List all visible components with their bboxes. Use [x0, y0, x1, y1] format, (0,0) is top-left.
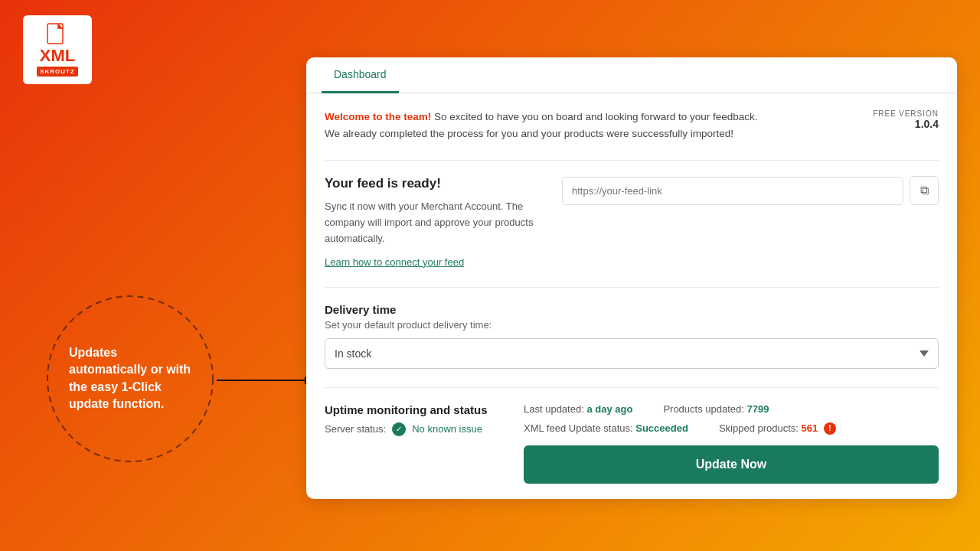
feed-title: Your feed is ready! [325, 176, 539, 191]
divider-2 [325, 287, 939, 288]
version-free: FREE [873, 109, 897, 118]
feed-description: Sync it now with your Merchant Account. … [325, 199, 539, 246]
circle-annotation: Updates automatically or with the easy 1… [42, 291, 218, 467]
last-updated-val: a day ago [586, 403, 632, 415]
skipped-label: Skipped products: [719, 422, 799, 434]
last-updated-label: Last updated: [524, 403, 584, 415]
delivery-section: Delivery time Set your default product d… [325, 303, 939, 369]
uptime-title: Uptime monitoring and status [325, 403, 508, 416]
server-status-label: Server status: [325, 423, 386, 435]
uptime-left: Uptime monitoring and status Server stat… [325, 403, 508, 436]
logo-skroutz-text: SKROUTZ [37, 67, 78, 77]
arrow-container [217, 373, 316, 388]
feed-input-group: ⧉ [562, 176, 939, 205]
card-body: Welcome to the team! So excited to have … [306, 93, 957, 499]
update-now-button[interactable]: Update Now [524, 445, 939, 484]
server-status-value: No known issue [412, 423, 482, 435]
products-updated-label: Products updated: [663, 403, 744, 415]
divider-1 [325, 160, 939, 161]
stats-top-row: Last updated: a day ago Products updated… [524, 403, 939, 415]
xml-feed-label: XML feed Update status: [524, 422, 633, 434]
feed-url-input[interactable] [562, 177, 903, 205]
delivery-title: Delivery time [325, 303, 939, 316]
stats-bottom-row: XML feed Update status: Succeeded Skippe… [524, 422, 939, 435]
xml-feed-val: Succeeded [635, 422, 688, 434]
uptime-section: Uptime monitoring and status Server stat… [325, 403, 939, 484]
divider-3 [325, 387, 939, 388]
uptime-right: Last updated: a day ago Products updated… [524, 403, 939, 484]
xml-feed-row: XML feed Update status: Succeeded [524, 422, 688, 435]
feed-learn-link[interactable]: Learn how to connect your feed [325, 256, 464, 268]
products-updated-row: Products updated: 7799 [663, 403, 769, 415]
products-updated-val: 7799 [747, 403, 769, 415]
version-badge: FREE VERSION 1.0.4 [873, 109, 939, 130]
copy-button[interactable]: ⧉ [910, 176, 939, 205]
logo-xml-text: XML [40, 47, 75, 64]
skipped-row: Skipped products: 561 ! [719, 422, 836, 435]
feed-section: Your feed is ready! Sync it now with you… [325, 176, 939, 268]
tab-bar: Dashboard [306, 57, 957, 93]
skipped-val: 561 [802, 422, 818, 434]
feed-info: Your feed is ready! Sync it now with you… [325, 176, 539, 268]
delivery-select[interactable]: In stock 1-3 days 3-5 days 5-7 days [325, 338, 939, 369]
welcome-text: Welcome to the team! So excited to have … [325, 109, 758, 142]
version-number: 1.0.4 [915, 118, 939, 130]
copy-icon: ⧉ [920, 184, 929, 197]
check-icon: ✓ [392, 422, 406, 436]
server-status-row: Server status: ✓ No known issue [325, 422, 508, 436]
welcome-highlight: Welcome to the team! [325, 111, 431, 122]
welcome-message2: We already completed the process for you… [325, 128, 733, 139]
tab-dashboard[interactable]: Dashboard [322, 57, 399, 93]
last-updated-row: Last updated: a day ago [524, 403, 632, 415]
arrow-icon [217, 373, 316, 388]
circle-text: Updates automatically or with the easy 1… [69, 344, 191, 413]
stats-grid: Last updated: a day ago Products updated… [524, 403, 939, 435]
version-label: VERSION [899, 109, 939, 118]
welcome-section: Welcome to the team! So excited to have … [325, 109, 939, 142]
warning-icon: ! [824, 422, 836, 435]
xml-file-icon [46, 23, 69, 46]
main-card: Dashboard Welcome to the team! So excite… [306, 57, 957, 499]
welcome-message: So excited to have you on board and look… [431, 111, 757, 122]
logo-container: XML SKROUTZ [23, 15, 92, 84]
delivery-subtitle: Set your default product delivery time: [325, 319, 939, 331]
